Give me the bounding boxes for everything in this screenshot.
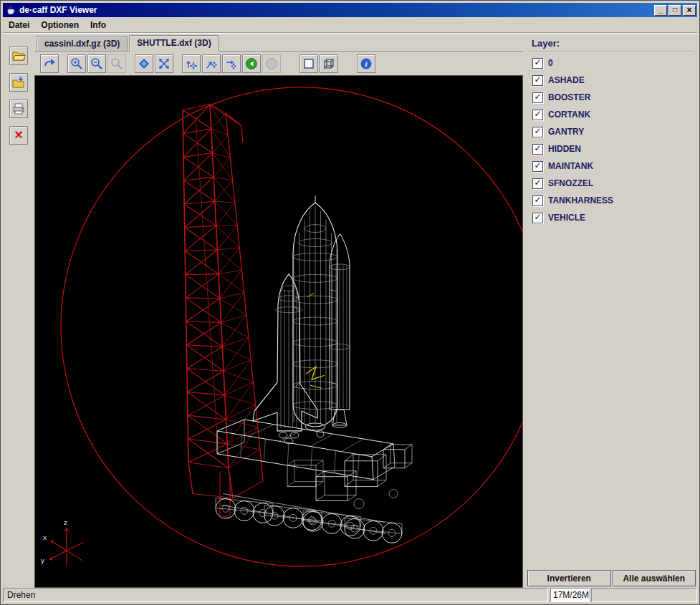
view-back-button[interactable] xyxy=(242,54,261,73)
layer-label: ASHADE xyxy=(548,75,585,85)
memory-indicator[interactable]: 17M/26M xyxy=(550,588,589,602)
layer-checkbox[interactable]: ✓ xyxy=(532,144,543,155)
close-button[interactable]: × xyxy=(683,5,696,16)
layer-checkbox[interactable]: ✓ xyxy=(532,110,543,120)
document-area: cassini.dxf.gz (3D) SHUTTLE.dxf (3D) xyxy=(34,33,523,588)
layer-panel-title: Layer: xyxy=(530,37,693,51)
layer-checkbox[interactable]: ✓ xyxy=(532,75,543,86)
magnifier-icon xyxy=(110,57,124,71)
menubar: Datei Optionen Info xyxy=(3,17,697,33)
layer-label: VEHICLE xyxy=(548,213,585,223)
status-mode: Drehen xyxy=(3,588,548,602)
view-forward-button[interactable] xyxy=(262,54,281,73)
info-icon: i xyxy=(359,57,373,71)
layer-checkbox[interactable]: ✓ xyxy=(532,92,543,103)
magnifier-minus-icon xyxy=(90,57,104,71)
view-front-button[interactable] xyxy=(182,54,201,73)
zoom-out-button[interactable] xyxy=(87,54,106,73)
viewport[interactable]: zxy xyxy=(34,75,523,588)
magnifier-plus-icon xyxy=(69,57,84,71)
svg-text:y: y xyxy=(41,556,44,564)
layer-row: ✓ TANKHARNESS xyxy=(530,192,693,209)
cube-icon xyxy=(322,57,336,71)
layer-label: TANKHARNESS xyxy=(548,195,613,205)
tab-shuttle[interactable]: SHUTTLE.dxf (3D) xyxy=(129,35,219,52)
app-window: de·caff DXF Viewer _ □ × Datei Optionen … xyxy=(0,0,700,605)
menu-datei[interactable]: Datei xyxy=(3,19,35,32)
layer-row: ✓ MAINTANK xyxy=(530,158,693,175)
perspective-projection-button[interactable] xyxy=(320,54,338,73)
check-icon: ✓ xyxy=(534,161,541,170)
layer-row: ✓ ASHADE xyxy=(530,72,693,89)
view-side-button[interactable] xyxy=(222,54,241,73)
fit-view-button[interactable] xyxy=(135,54,153,73)
minimize-button[interactable]: _ xyxy=(654,5,667,16)
toolbar-separator xyxy=(175,63,181,64)
star-arrow-right-icon xyxy=(224,57,239,71)
layer-checkbox[interactable]: ✓ xyxy=(532,178,543,189)
layer-checkbox[interactable]: ✓ xyxy=(532,127,543,137)
view-diagonal-button[interactable] xyxy=(202,54,221,73)
layer-checkbox[interactable]: ✓ xyxy=(532,161,543,172)
layer-row: ✓ CORTANK xyxy=(530,106,693,123)
check-icon: ✓ xyxy=(534,127,541,135)
check-icon: ✓ xyxy=(534,110,541,118)
toolbar-separator xyxy=(282,63,298,64)
print-button[interactable] xyxy=(9,100,28,118)
folder-import-icon xyxy=(11,75,26,89)
layer-panel: Layer: ✓ 0 ✓ ASHADE ✓ BOOSTER ✓ CORTANK … xyxy=(526,35,697,588)
layer-row: ✓ GANTRY xyxy=(530,123,693,140)
layer-checkbox[interactable]: ✓ xyxy=(532,58,543,69)
diamond-icon xyxy=(137,57,151,71)
svg-text:x: x xyxy=(43,533,47,541)
open-file-button[interactable] xyxy=(9,47,28,65)
zoom-in-button[interactable] xyxy=(67,54,86,73)
check-icon: ✓ xyxy=(534,213,541,221)
gray-circle-icon xyxy=(264,57,279,71)
layer-row: ✓ BOOSTER xyxy=(530,89,693,106)
curved-arrow-icon xyxy=(42,57,57,71)
layer-checkbox[interactable]: ✓ xyxy=(532,213,543,223)
layer-checkbox[interactable]: ✓ xyxy=(532,195,543,206)
layer-row: ✓ 0 xyxy=(530,54,693,72)
zoom-fit-button[interactable] xyxy=(155,54,173,73)
java-cup-icon xyxy=(5,4,16,16)
layer-row: ✓ SFNOZZEL xyxy=(530,175,693,192)
layer-label: SFNOZZEL xyxy=(548,178,593,188)
info-button[interactable]: i xyxy=(357,54,375,73)
view-toolbar: i xyxy=(34,52,523,75)
parallel-projection-button[interactable] xyxy=(299,54,318,73)
layer-row: ✓ VEHICLE xyxy=(530,209,693,226)
add-file-button[interactable] xyxy=(9,73,28,92)
file-toolbar: × xyxy=(3,33,34,588)
check-icon: ✓ xyxy=(534,195,541,204)
close-file-button[interactable]: × xyxy=(9,126,28,145)
svg-text:z: z xyxy=(64,518,67,526)
zoom-box-button[interactable] xyxy=(107,54,126,73)
toolbar-separator xyxy=(60,63,66,64)
check-icon: ✓ xyxy=(534,144,541,153)
select-all-button[interactable]: Alle auswählen xyxy=(613,570,696,586)
tab-cassini[interactable]: cassini.dxf.gz (3D) xyxy=(37,36,128,51)
menu-optionen[interactable]: Optionen xyxy=(35,19,85,32)
check-icon: ✓ xyxy=(534,58,541,67)
check-icon: ✓ xyxy=(534,75,541,84)
invert-selection-button[interactable]: Invertieren xyxy=(527,570,611,586)
layer-panel-separator xyxy=(530,51,693,52)
tab-strip: cassini.dxf.gz (3D) SHUTTLE.dxf (3D) xyxy=(34,33,523,52)
layer-row: ✓ HIDDEN xyxy=(530,140,693,158)
expand-arrows-icon xyxy=(157,57,171,71)
maximize-button[interactable]: □ xyxy=(668,5,681,16)
layer-label: GANTRY xyxy=(548,127,584,137)
wireframe-scene[interactable]: zxy xyxy=(35,76,522,587)
refresh-view-button[interactable] xyxy=(40,54,59,73)
status-filler xyxy=(591,588,697,602)
star-arrow-diagonal-icon xyxy=(204,57,219,71)
star-arrow-up-icon xyxy=(184,57,198,71)
toolbar-separator xyxy=(128,63,133,64)
menu-info[interactable]: Info xyxy=(85,19,112,32)
layer-label: 0 xyxy=(548,58,553,68)
layer-label: HIDDEN xyxy=(548,144,581,154)
toolbar-separator xyxy=(340,63,355,64)
titlebar[interactable]: de·caff DXF Viewer _ □ × xyxy=(3,3,697,17)
